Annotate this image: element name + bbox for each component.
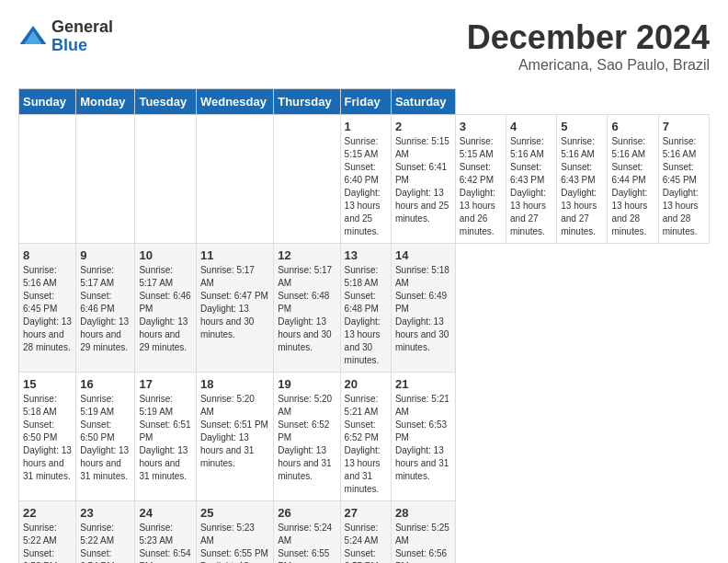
calendar-week-row: 1Sunrise: 5:15 AM Sunset: 6:40 PM Daylig… bbox=[19, 115, 710, 244]
day-info: Sunrise: 5:19 AM Sunset: 6:50 PM Dayligh… bbox=[80, 393, 131, 483]
day-number: 16 bbox=[80, 377, 131, 391]
month-title: December 2024 bbox=[467, 18, 710, 57]
day-info: Sunrise: 5:23 AM Sunset: 6:54 PM Dayligh… bbox=[139, 522, 192, 563]
calendar-day-cell: 7Sunrise: 5:16 AM Sunset: 6:45 PM Daylig… bbox=[658, 115, 709, 244]
day-info: Sunrise: 5:17 AM Sunset: 6:47 PM Dayligh… bbox=[200, 264, 269, 341]
calendar-day-cell: 21Sunrise: 5:21 AM Sunset: 6:53 PM Dayli… bbox=[391, 373, 455, 501]
day-info: Sunrise: 5:24 AM Sunset: 6:55 PM Dayligh… bbox=[278, 522, 336, 563]
logo-general-text: General bbox=[51, 18, 113, 37]
day-number: 22 bbox=[23, 506, 72, 520]
day-info: Sunrise: 5:21 AM Sunset: 6:52 PM Dayligh… bbox=[345, 393, 387, 496]
day-info: Sunrise: 5:15 AM Sunset: 6:40 PM Dayligh… bbox=[345, 135, 387, 238]
empty-cell bbox=[76, 115, 135, 244]
day-header-thursday: Thursday bbox=[274, 89, 340, 115]
day-number: 13 bbox=[345, 248, 387, 262]
day-info: Sunrise: 5:17 AM Sunset: 6:46 PM Dayligh… bbox=[80, 264, 131, 354]
empty-cell bbox=[196, 115, 273, 244]
empty-cell bbox=[135, 115, 197, 244]
day-number: 12 bbox=[278, 248, 336, 262]
day-number: 15 bbox=[23, 377, 72, 391]
day-info: Sunrise: 5:16 AM Sunset: 6:45 PM Dayligh… bbox=[663, 135, 705, 238]
day-number: 19 bbox=[278, 377, 336, 391]
empty-cell bbox=[274, 115, 340, 244]
calendar-day-cell: 17Sunrise: 5:19 AM Sunset: 6:51 PM Dayli… bbox=[135, 373, 197, 501]
day-header-wednesday: Wednesday bbox=[196, 89, 273, 115]
day-number: 2 bbox=[395, 120, 451, 133]
calendar-day-cell: 22Sunrise: 5:22 AM Sunset: 6:53 PM Dayli… bbox=[19, 501, 76, 564]
calendar-day-cell: 26Sunrise: 5:24 AM Sunset: 6:55 PM Dayli… bbox=[274, 501, 340, 564]
day-number: 14 bbox=[395, 248, 451, 262]
day-info: Sunrise: 5:16 AM Sunset: 6:44 PM Dayligh… bbox=[611, 135, 654, 238]
calendar-day-cell: 28Sunrise: 5:25 AM Sunset: 6:56 PM Dayli… bbox=[391, 501, 455, 564]
calendar-day-cell: 24Sunrise: 5:23 AM Sunset: 6:54 PM Dayli… bbox=[135, 501, 197, 564]
day-number: 8 bbox=[23, 248, 72, 262]
calendar-day-cell: 10Sunrise: 5:17 AM Sunset: 6:46 PM Dayli… bbox=[135, 244, 197, 373]
day-info: Sunrise: 5:25 AM Sunset: 6:56 PM Dayligh… bbox=[395, 522, 451, 563]
day-header-sunday: Sunday bbox=[19, 89, 76, 115]
day-info: Sunrise: 5:16 AM Sunset: 6:43 PM Dayligh… bbox=[561, 135, 603, 238]
day-number: 24 bbox=[139, 506, 192, 520]
day-number: 18 bbox=[200, 377, 269, 391]
day-info: Sunrise: 5:16 AM Sunset: 6:43 PM Dayligh… bbox=[510, 135, 552, 238]
day-info: Sunrise: 5:20 AM Sunset: 6:52 PM Dayligh… bbox=[278, 393, 336, 483]
day-info: Sunrise: 5:23 AM Sunset: 6:55 PM Dayligh… bbox=[200, 522, 269, 563]
calendar-week-row: 15Sunrise: 5:18 AM Sunset: 6:50 PM Dayli… bbox=[19, 373, 710, 501]
day-info: Sunrise: 5:15 AM Sunset: 6:42 PM Dayligh… bbox=[460, 135, 502, 238]
calendar-day-cell: 6Sunrise: 5:16 AM Sunset: 6:44 PM Daylig… bbox=[608, 115, 658, 244]
calendar-day-cell: 23Sunrise: 5:22 AM Sunset: 6:54 PM Dayli… bbox=[76, 501, 135, 564]
day-header-monday: Monday bbox=[76, 89, 135, 115]
day-info: Sunrise: 5:18 AM Sunset: 6:50 PM Dayligh… bbox=[23, 393, 72, 483]
day-number: 17 bbox=[139, 377, 192, 391]
day-info: Sunrise: 5:17 AM Sunset: 6:46 PM Dayligh… bbox=[139, 264, 192, 354]
day-number: 5 bbox=[561, 120, 603, 133]
page-header: General Blue December 2024 Americana, Sa… bbox=[18, 18, 710, 74]
empty-cell bbox=[19, 115, 76, 244]
logo-blue-text: Blue bbox=[51, 37, 113, 55]
day-number: 23 bbox=[80, 506, 131, 520]
day-number: 10 bbox=[139, 248, 192, 262]
calendar-day-cell: 20Sunrise: 5:21 AM Sunset: 6:52 PM Dayli… bbox=[340, 373, 391, 501]
calendar-day-cell: 25Sunrise: 5:23 AM Sunset: 6:55 PM Dayli… bbox=[196, 501, 273, 564]
calendar-day-cell: 13Sunrise: 5:18 AM Sunset: 6:48 PM Dayli… bbox=[340, 244, 391, 373]
calendar-day-cell: 27Sunrise: 5:24 AM Sunset: 6:55 PM Dayli… bbox=[340, 501, 391, 564]
logo: General Blue bbox=[18, 18, 113, 55]
calendar-day-cell: 19Sunrise: 5:20 AM Sunset: 6:52 PM Dayli… bbox=[274, 373, 340, 501]
calendar-day-cell: 16Sunrise: 5:19 AM Sunset: 6:50 PM Dayli… bbox=[76, 373, 135, 501]
day-number: 20 bbox=[345, 377, 387, 391]
calendar-day-cell: 5Sunrise: 5:16 AM Sunset: 6:43 PM Daylig… bbox=[557, 115, 608, 244]
calendar-week-row: 8Sunrise: 5:16 AM Sunset: 6:45 PM Daylig… bbox=[19, 244, 710, 373]
day-info: Sunrise: 5:22 AM Sunset: 6:53 PM Dayligh… bbox=[23, 522, 72, 563]
calendar-day-cell: 2Sunrise: 5:15 AM Sunset: 6:41 PM Daylig… bbox=[391, 115, 455, 244]
day-info: Sunrise: 5:16 AM Sunset: 6:45 PM Dayligh… bbox=[23, 264, 72, 354]
calendar-table: SundayMondayTuesdayWednesdayThursdayFrid… bbox=[18, 88, 710, 563]
day-info: Sunrise: 5:17 AM Sunset: 6:48 PM Dayligh… bbox=[278, 264, 336, 354]
calendar-day-cell: 4Sunrise: 5:16 AM Sunset: 6:43 PM Daylig… bbox=[506, 115, 557, 244]
calendar-day-cell: 15Sunrise: 5:18 AM Sunset: 6:50 PM Dayli… bbox=[19, 373, 76, 501]
day-info: Sunrise: 5:24 AM Sunset: 6:55 PM Dayligh… bbox=[345, 522, 387, 563]
logo-icon bbox=[18, 22, 48, 52]
calendar-day-cell: 18Sunrise: 5:20 AM Sunset: 6:51 PM Dayli… bbox=[196, 373, 273, 501]
day-info: Sunrise: 5:20 AM Sunset: 6:51 PM Dayligh… bbox=[200, 393, 269, 470]
calendar-day-cell: 11Sunrise: 5:17 AM Sunset: 6:47 PM Dayli… bbox=[196, 244, 273, 373]
day-header-friday: Friday bbox=[340, 89, 391, 115]
title-block: December 2024 Americana, Sao Paulo, Braz… bbox=[467, 18, 710, 74]
day-number: 9 bbox=[80, 248, 131, 262]
day-info: Sunrise: 5:15 AM Sunset: 6:41 PM Dayligh… bbox=[395, 135, 451, 225]
day-info: Sunrise: 5:21 AM Sunset: 6:53 PM Dayligh… bbox=[395, 393, 451, 483]
calendar-day-cell: 3Sunrise: 5:15 AM Sunset: 6:42 PM Daylig… bbox=[455, 115, 506, 244]
calendar-day-cell: 14Sunrise: 5:18 AM Sunset: 6:49 PM Dayli… bbox=[391, 244, 455, 373]
day-number: 25 bbox=[200, 506, 269, 520]
day-number: 3 bbox=[460, 120, 502, 133]
calendar-header-row: SundayMondayTuesdayWednesdayThursdayFrid… bbox=[19, 89, 710, 115]
calendar-week-row: 22Sunrise: 5:22 AM Sunset: 6:53 PM Dayli… bbox=[19, 501, 710, 564]
calendar-day-cell: 8Sunrise: 5:16 AM Sunset: 6:45 PM Daylig… bbox=[19, 244, 76, 373]
calendar-day-cell: 9Sunrise: 5:17 AM Sunset: 6:46 PM Daylig… bbox=[76, 244, 135, 373]
calendar-day-cell: 1Sunrise: 5:15 AM Sunset: 6:40 PM Daylig… bbox=[340, 115, 391, 244]
day-number: 11 bbox=[200, 248, 269, 262]
day-number: 28 bbox=[395, 506, 451, 520]
day-info: Sunrise: 5:19 AM Sunset: 6:51 PM Dayligh… bbox=[139, 393, 192, 483]
day-number: 6 bbox=[611, 120, 654, 133]
location-subtitle: Americana, Sao Paulo, Brazil bbox=[467, 57, 710, 74]
day-number: 4 bbox=[510, 120, 552, 133]
day-number: 7 bbox=[663, 120, 705, 133]
